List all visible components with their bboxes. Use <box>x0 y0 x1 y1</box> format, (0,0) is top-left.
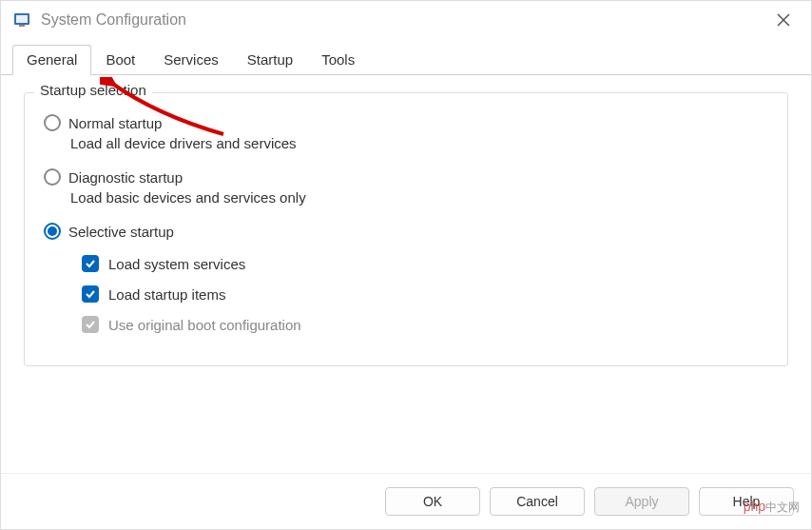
app-icon <box>12 10 31 29</box>
checkbox-label: Use original boot configuration <box>108 317 301 333</box>
use-original-boot-checkbox: Use original boot configuration <box>82 316 768 333</box>
checkbox-icon <box>82 316 99 333</box>
tab-boot[interactable]: Boot <box>91 45 149 74</box>
normal-startup-label: Normal startup <box>68 115 162 131</box>
window-title: System Configuration <box>41 11 767 29</box>
dialog-buttons: OK Cancel Apply Help <box>1 473 811 529</box>
normal-startup-radio[interactable]: Normal startup <box>44 114 768 131</box>
close-icon[interactable] <box>767 4 800 36</box>
checkbox-label: Load startup items <box>108 286 225 303</box>
apply-button: Apply <box>594 487 689 516</box>
svg-rect-2 <box>19 25 25 27</box>
window: System Configuration General Boot Servic… <box>0 0 812 530</box>
help-button[interactable]: Help <box>699 487 794 516</box>
tab-bar: General Boot Services Startup Tools <box>1 39 811 75</box>
ok-button[interactable]: OK <box>385 487 480 516</box>
titlebar: System Configuration <box>1 1 811 39</box>
radio-icon <box>44 223 61 240</box>
group-title: Startup selection <box>34 82 152 98</box>
tab-tools[interactable]: Tools <box>307 45 369 74</box>
load-system-services-checkbox[interactable]: Load system services <box>82 255 768 272</box>
diagnostic-startup-desc: Load basic devices and services only <box>70 189 768 206</box>
diagnostic-startup-radio[interactable]: Diagnostic startup <box>44 168 768 186</box>
load-startup-items-checkbox[interactable]: Load startup items <box>82 285 768 303</box>
checkbox-icon <box>82 255 99 272</box>
diagnostic-startup-label: Diagnostic startup <box>68 169 183 186</box>
cancel-button[interactable]: Cancel <box>490 487 585 516</box>
svg-rect-1 <box>16 15 28 23</box>
tab-services[interactable]: Services <box>149 45 233 74</box>
checkbox-label: Load system services <box>108 256 245 272</box>
tab-startup[interactable]: Startup <box>233 45 307 74</box>
selective-startup-label: Selective startup <box>68 224 174 240</box>
tab-content: Startup selection Normal startup Load al… <box>1 75 811 473</box>
selective-startup-radio[interactable]: Selective startup <box>44 223 768 240</box>
normal-startup-desc: Load all device drivers and services <box>70 135 768 151</box>
radio-icon <box>44 168 61 186</box>
checkbox-icon <box>82 285 99 303</box>
startup-selection-group: Startup selection Normal startup Load al… <box>24 92 788 366</box>
tab-general[interactable]: General <box>12 45 91 75</box>
radio-icon <box>44 114 61 131</box>
